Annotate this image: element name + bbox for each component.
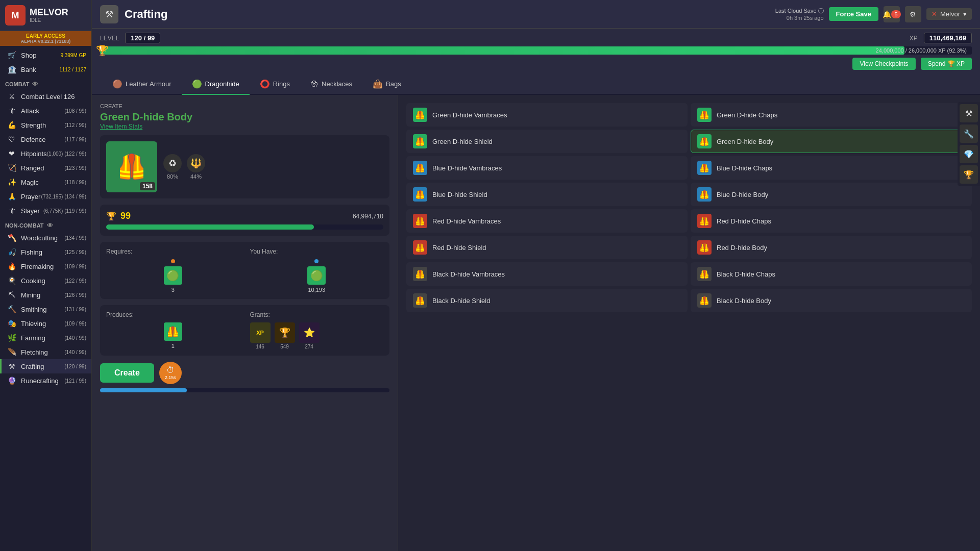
item-row-name-0: Green D-hide Vambraces xyxy=(432,111,507,119)
category-tab-leather[interactable]: 🟤 Leather Armour xyxy=(102,74,182,95)
right-icon-1[interactable]: ⚒ xyxy=(960,104,978,122)
item-row-icon-3: 🦺 xyxy=(697,134,712,148)
sidebar-item-bank[interactable]: 🏦 Bank 1112 / 1127 xyxy=(0,62,91,77)
right-icon-3[interactable]: 💎 xyxy=(960,145,978,163)
sidebar-item-combat-6[interactable]: ✨ Magic (118 / 99) xyxy=(0,175,91,189)
sidebar-item-combat-3[interactable]: 🛡 Defence (117 / 99) xyxy=(0,132,91,146)
item-row-0[interactable]: 🦺 Green D-hide Vambraces xyxy=(406,103,688,127)
item-row-icon-14: 🦺 xyxy=(413,293,427,308)
combat-icon-8: 🗡 xyxy=(7,207,17,215)
item-row-icon-15: 🦺 xyxy=(697,293,712,308)
topbar: ⚒ Crafting Last Cloud Save ⓘ 0h 3m 25s a… xyxy=(92,0,980,29)
combat-icon-5: 🏹 xyxy=(7,164,17,172)
noncombat-label-6: Thieving xyxy=(21,320,64,328)
combat-icon-6: ✨ xyxy=(7,178,17,186)
main-area: ⚒ Crafting Last Cloud Save ⓘ 0h 3m 25s a… xyxy=(92,0,980,551)
item-row-name-1: Green D-hide Chaps xyxy=(717,111,777,119)
notification-btn[interactable]: 🔔 5 xyxy=(884,6,900,22)
noncombat-levels-8: (140 / 99) xyxy=(64,349,86,355)
grant-xp: XP 146 xyxy=(250,322,271,349)
item-row-3[interactable]: 🦺 Green D-hide Body xyxy=(691,130,972,153)
item-row-9[interactable]: 🦺 Red D-hide Chaps xyxy=(691,209,972,233)
sidebar-item-combat-0[interactable]: ⚔ Combat Level 126 xyxy=(0,89,91,104)
sidebar-item-noncombat-6[interactable]: 🎭 Thieving (109 / 99) xyxy=(0,316,91,331)
sidebar-item-combat-4[interactable]: ❤ Hitpoints (1,000) (122 / 99) xyxy=(0,146,91,161)
category-tab-rings[interactable]: ⭕ Rings xyxy=(250,74,300,95)
item-row-8[interactable]: 🦺 Red D-hide Vambraces xyxy=(406,209,688,233)
sidebar-nav: 🛒 Shop 9,399M GP 🏦 Bank 1112 / 1127 COMB… xyxy=(0,46,91,390)
item-row-12[interactable]: 🦺 Black D-hide Vambraces xyxy=(406,262,688,286)
right-icon-4[interactable]: 🏆 xyxy=(960,165,978,184)
sidebar-item-noncombat-8[interactable]: 🪶 Fletching (140 / 99) xyxy=(0,345,91,359)
you-have-col: You Have: 🟢 10,193 xyxy=(250,248,384,293)
cat-label-rings: Rings xyxy=(273,80,290,88)
req-item-icon: 🟢 xyxy=(164,266,182,285)
item-row-6[interactable]: 🦺 Blue D-hide Shield xyxy=(406,183,688,206)
item-row-icon-2: 🦺 xyxy=(413,134,427,148)
item-row-4[interactable]: 🦺 Blue D-hide Vambraces xyxy=(406,156,688,180)
sidebar-item-combat-2[interactable]: 💪 Strength (112 / 99) xyxy=(0,118,91,132)
sidebar-item-combat-5[interactable]: 🏹 Ranged (123 / 99) xyxy=(0,161,91,175)
combat-label-8: Slayer xyxy=(21,207,43,215)
noncombat-levels-4: (126 / 99) xyxy=(64,292,86,298)
view-checkpoints-button[interactable]: View Checkpoints xyxy=(852,58,915,70)
requires-col: Requires: 🟢 3 xyxy=(106,248,240,293)
items-grid: 🦺 Green D-hide Vambraces🦺 Green D-hide C… xyxy=(406,103,972,312)
item-row-2[interactable]: 🦺 Green D-hide Shield xyxy=(406,130,688,153)
craft-trophy-icon: 🏆 xyxy=(106,211,116,221)
sidebar-item-combat-8[interactable]: 🗡 Slayer (6,775K) (119 / 99) xyxy=(0,204,91,218)
category-tab-bags[interactable]: 👜 Bags xyxy=(362,74,411,95)
cat-label-bags: Bags xyxy=(386,80,401,88)
item-row-name-2: Green D-hide Shield xyxy=(432,138,493,145)
item-row-11[interactable]: 🦺 Red D-hide Body xyxy=(691,236,972,259)
sidebar-item-combat-7[interactable]: 🙏 Prayer (732,195) (134 / 99) xyxy=(0,189,91,204)
view-stats-link[interactable]: View Item Stats xyxy=(100,123,389,130)
combat-icon-3: 🛡 xyxy=(7,135,17,143)
noncombat-nav: 🪓 Woodcutting (134 / 99)🎣 Fishing (125 /… xyxy=(0,231,91,388)
sidebar-item-shop[interactable]: 🛒 Shop 9,399M GP xyxy=(0,48,91,62)
level-label: LEVEL xyxy=(100,35,119,42)
you-have-icon: 🟢 xyxy=(307,266,326,285)
grants-title: Grants: xyxy=(250,311,384,318)
combat-label-1: Attack xyxy=(21,107,64,115)
right-icon-2[interactable]: 🔧 xyxy=(960,124,978,143)
spend-xp-button[interactable]: Spend 🏆 XP xyxy=(921,58,972,70)
sidebar-item-noncombat-9[interactable]: ⚒ Crafting (120 / 99) xyxy=(0,359,91,373)
sidebar-item-noncombat-2[interactable]: 🔥 Firemaking (109 / 99) xyxy=(0,259,91,273)
profile-chevron-icon: ▾ xyxy=(963,10,967,18)
sidebar-item-noncombat-4[interactable]: ⛏ Mining (126 / 99) xyxy=(0,288,91,302)
category-tab-necklaces[interactable]: 🏵 Necklaces xyxy=(300,74,362,95)
noncombat-visibility-toggle[interactable]: 👁 xyxy=(47,222,53,229)
item-row-7[interactable]: 🦺 Blue D-hide Body xyxy=(691,183,972,206)
create-progress-bar xyxy=(100,388,389,392)
sidebar-item-noncombat-7[interactable]: 🌿 Farming (140 / 99) xyxy=(0,331,91,345)
item-row-13[interactable]: 🦺 Black D-hide Chaps xyxy=(691,262,972,286)
sidebar-item-noncombat-1[interactable]: 🎣 Fishing (125 / 99) xyxy=(0,245,91,259)
item-row-14[interactable]: 🦺 Black D-hide Shield xyxy=(406,289,688,312)
you-have-dot xyxy=(314,259,318,263)
item-row-15[interactable]: 🦺 Black D-hide Body xyxy=(691,289,972,312)
combat-visibility-toggle[interactable]: 👁 xyxy=(32,81,38,88)
bank-icon: 🏦 xyxy=(7,65,17,73)
sidebar-item-noncombat-10[interactable]: 🔮 Runecrafting (121 / 99) xyxy=(0,373,91,388)
craft-xp: 64,994,710 xyxy=(353,213,383,220)
sidebar-item-noncombat-0[interactable]: 🪓 Woodcutting (134 / 99) xyxy=(0,231,91,245)
settings-btn[interactable]: ⚙ xyxy=(905,6,921,22)
create-button[interactable]: Create xyxy=(100,363,154,383)
sidebar-item-combat-1[interactable]: 🗡 Attack (108 / 99) xyxy=(0,104,91,118)
profile-button[interactable]: ✕ Melvor ▾ xyxy=(926,8,972,20)
category-tab-dragonhide[interactable]: 🟢 Dragonhide xyxy=(182,74,250,95)
item-row-5[interactable]: 🦺 Blue D-hide Chaps xyxy=(691,156,972,180)
sidebar-item-noncombat-5[interactable]: 🔨 Smithing (131 / 99) xyxy=(0,302,91,316)
item-row-1[interactable]: 🦺 Green D-hide Chaps xyxy=(691,103,972,127)
force-save-button[interactable]: Force Save xyxy=(829,7,878,21)
item-row-name-15: Black D-hide Body xyxy=(717,297,771,305)
item-row-10[interactable]: 🦺 Red D-hide Shield xyxy=(406,236,688,259)
noncombat-label-1: Fishing xyxy=(21,248,64,256)
sidebar-item-noncombat-3[interactable]: 🍳 Cooking (122 / 99) xyxy=(0,273,91,288)
item-row-icon-8: 🦺 xyxy=(413,214,427,228)
item-row-name-9: Red D-hide Chaps xyxy=(717,217,771,225)
notification-badge: 5 xyxy=(891,10,900,18)
profile-name: Melvor xyxy=(940,10,960,18)
combat-label-5: Ranged xyxy=(21,164,64,172)
